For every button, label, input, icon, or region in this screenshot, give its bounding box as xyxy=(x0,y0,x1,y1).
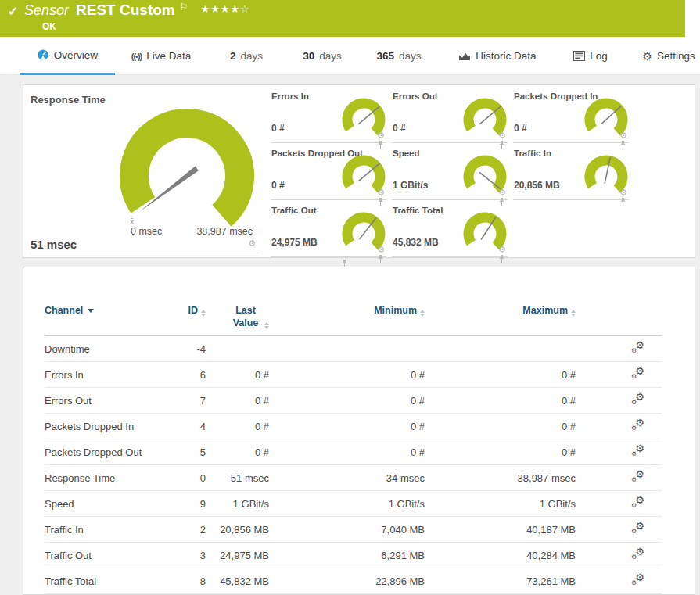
channel-settings-gears-icon[interactable]: ⚙⚙ xyxy=(632,393,644,405)
cell-minimum: 7,040 MB xyxy=(269,517,425,543)
tile-label: Traffic Total xyxy=(393,206,443,215)
cell-last-value xyxy=(206,336,269,362)
sort-caret-icon xyxy=(88,309,94,313)
sort-arrows-icon[interactable] xyxy=(264,322,269,329)
column-header-settings xyxy=(576,305,662,336)
cell-maximum: 40,284 MB xyxy=(425,543,576,568)
cell-maximum: 0 # xyxy=(425,439,576,465)
gear-icon: ⚙ xyxy=(642,51,652,62)
channel-settings-gears-icon[interactable]: ⚙⚙ xyxy=(632,522,644,534)
gauge-settings-gear-icon[interactable]: ⚙ xyxy=(619,188,627,197)
gauge-settings-gear-icon[interactable]: ⚙ xyxy=(498,246,506,254)
cell-channel: Traffic Out xyxy=(45,543,162,568)
table-row-packets-dropped-out[interactable]: Packets Dropped Out 5 0 # 0 # 0 # ⚙⚙ xyxy=(45,439,662,465)
tab-label: Log xyxy=(590,50,608,62)
content-area: Response Time x̄ 0 msec 38,987 msec 51 m… xyxy=(0,75,700,595)
channel-settings-gears-icon[interactable]: ⚙⚙ xyxy=(632,496,644,508)
table-row-speed[interactable]: Speed 9 1 GBit/s 1 GBit/s 1 GBit/s ⚙⚙ xyxy=(45,491,662,517)
cell-id: -4 xyxy=(162,336,206,362)
channel-table: Channel ID Last Value Minimum Maximum xyxy=(45,305,662,594)
gauge-settings-gear-icon[interactable]: ⚙ xyxy=(377,188,385,197)
channel-settings-gears-icon[interactable]: ⚙⚙ xyxy=(632,471,644,482)
table-row-response-time[interactable]: Response Time 0 51 msec 34 msec 38,987 m… xyxy=(45,465,662,491)
tab-live-data[interactable]: ((•)) Live Data xyxy=(117,37,205,75)
gauge-min-label: 0 msec xyxy=(131,226,162,237)
sort-arrows-icon[interactable] xyxy=(420,310,425,317)
channel-settings-gears-icon[interactable]: ⚙⚙ xyxy=(632,574,644,586)
table-row-traffic-in[interactable]: Traffic In 2 20,856 MB 7,040 MB 40,187 M… xyxy=(45,517,662,543)
cell-id: 0 xyxy=(162,465,206,491)
tab-overview[interactable]: Overview xyxy=(20,37,115,75)
table-row-downtime[interactable]: Downtime -4 ⚙⚙ xyxy=(45,336,662,362)
cell-maximum: 0 # xyxy=(425,362,576,388)
table-row-errors-in[interactable]: Errors In 6 0 # 0 # 0 # ⚙⚙ xyxy=(45,362,662,388)
pushpin-icon[interactable] xyxy=(377,255,384,263)
tab-historic-data[interactable]: Historic Data xyxy=(447,37,547,75)
prtg-sensor-page: ✓ SensorREST Custom⚐★★★★☆ OK Overview ((… xyxy=(0,0,700,595)
cell-id: 5 xyxy=(162,439,206,465)
gauge-traffic-total: Traffic Total 45,832 MB ⚙ xyxy=(392,203,508,257)
pushpin-icon[interactable] xyxy=(498,255,505,263)
cell-channel: Speed xyxy=(45,491,162,517)
gauge-settings-gear-icon[interactable]: ⚙ xyxy=(498,131,506,140)
gauge-speed: Speed 1 GBit/s ⚙ xyxy=(392,145,508,200)
tab-settings[interactable]: ⚙ Settings xyxy=(635,37,700,75)
table-row-errors-out[interactable]: Errors Out 7 0 # 0 # 0 # ⚙⚙ xyxy=(45,388,662,414)
tab-number: 2 xyxy=(230,50,236,62)
gauge-settings-gear-icon[interactable]: ⚙ xyxy=(619,131,627,140)
column-header-minimum[interactable]: Minimum xyxy=(269,305,425,336)
tab-label: Historic Data xyxy=(476,50,536,62)
table-row-traffic-total[interactable]: Traffic Total 8 45,832 MB 22,896 MB 73,2… xyxy=(45,568,662,594)
gauges-panel: Response Time x̄ 0 msec 38,987 msec 51 m… xyxy=(23,84,695,258)
channel-settings-gears-icon[interactable]: ⚙⚙ xyxy=(632,445,644,457)
flag-icon[interactable]: ⚐ xyxy=(180,2,188,13)
column-header-id[interactable]: ID xyxy=(162,305,206,336)
cell-id: 4 xyxy=(162,414,206,439)
gauge-settings-gear-icon[interactable]: ⚙ xyxy=(377,131,385,140)
column-header-maximum[interactable]: Maximum xyxy=(425,305,576,336)
tab-365-days[interactable]: 365 days xyxy=(366,37,432,75)
table-row-packets-dropped-in[interactable]: Packets Dropped In 4 0 # 0 # 0 # ⚙⚙ xyxy=(45,414,662,439)
cell-last-value: 0 # xyxy=(206,362,269,388)
tab-2-days[interactable]: 2 days xyxy=(219,37,274,75)
cell-last-value: 24,975 MB xyxy=(206,543,269,568)
list-icon xyxy=(573,51,585,61)
column-header-channel[interactable]: Channel xyxy=(45,305,162,336)
gauge-traffic-in: Traffic In 20,856 MB ⚙ xyxy=(513,145,629,200)
tab-label: days xyxy=(399,50,422,62)
gauge-settings-gear-icon[interactable]: ⚙ xyxy=(377,246,385,254)
average-marker: x̄ xyxy=(130,217,135,226)
gauge-icon xyxy=(37,48,49,61)
table-row-traffic-out[interactable]: Traffic Out 3 24,975 MB 6,291 MB 40,284 … xyxy=(45,543,662,568)
tab-30-days[interactable]: 30 days xyxy=(291,37,354,75)
cell-id: 9 xyxy=(162,491,206,517)
cell-channel: Downtime xyxy=(45,336,162,362)
cell-minimum xyxy=(269,336,425,362)
channel-settings-gears-icon[interactable]: ⚙⚙ xyxy=(632,367,644,379)
column-header-last-value[interactable]: Last Value xyxy=(206,305,269,336)
cell-channel: Traffic Total xyxy=(45,568,162,594)
cell-channel: Traffic In xyxy=(45,517,162,543)
tab-label: Overview xyxy=(54,49,98,61)
sort-arrows-icon[interactable] xyxy=(201,310,206,317)
gauge-packets-dropped-in: Packets Dropped In 0 # ⚙ xyxy=(513,88,629,143)
channel-settings-gears-icon[interactable]: ⚙⚙ xyxy=(632,342,644,353)
gauge-settings-gear-icon[interactable]: ⚙ xyxy=(498,188,506,197)
table-header-row: Channel ID Last Value Minimum Maximum xyxy=(45,305,662,336)
sensor-status-text: OK xyxy=(42,21,56,32)
tab-label: days xyxy=(240,50,263,62)
empty-grid-cell xyxy=(513,203,629,257)
gauge-settings-gear-icon[interactable]: ⚙ xyxy=(248,239,256,248)
gauge-max-label: 38,987 msec xyxy=(196,226,253,237)
tab-label: days xyxy=(319,50,342,62)
channel-settings-gears-icon[interactable]: ⚙⚙ xyxy=(632,548,644,560)
gauge-errors-out: Errors Out 0 # ⚙ xyxy=(392,88,508,143)
channel-settings-gears-icon[interactable]: ⚙⚙ xyxy=(632,419,644,431)
cell-last-value: 20,856 MB xyxy=(206,517,269,543)
cell-last-value: 0 # xyxy=(206,439,269,465)
priority-stars[interactable]: ★★★★☆ xyxy=(201,3,250,15)
cell-minimum: 0 # xyxy=(269,439,425,465)
gauge-response-time: Response Time x̄ 0 msec 38,987 msec 51 m… xyxy=(23,85,267,257)
sort-arrows-icon[interactable] xyxy=(571,310,576,317)
tab-log[interactable]: Log xyxy=(565,37,616,75)
